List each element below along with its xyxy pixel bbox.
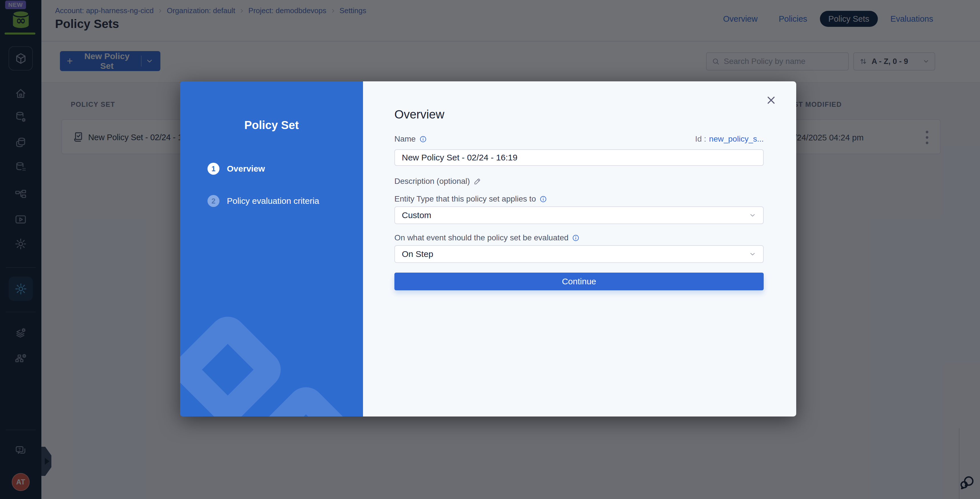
event-select[interactable]: On Step bbox=[395, 245, 764, 263]
step-label: Policy evaluation criteria bbox=[227, 196, 319, 206]
continue-button[interactable]: Continue bbox=[395, 273, 764, 290]
wizard-step-policy-evaluation-criteria[interactable]: 2 Policy evaluation criteria bbox=[207, 195, 319, 207]
harness-logo-watermark bbox=[180, 309, 288, 416]
policy-set-wizard-modal: Policy Set 1 Overview 2 Policy evaluatio… bbox=[180, 81, 796, 416]
description-row: Description (optional) bbox=[395, 177, 764, 186]
chevron-down-icon bbox=[749, 212, 756, 219]
entity-type-value: Custom bbox=[402, 210, 431, 220]
event-label-row: On what event should the policy set be e… bbox=[395, 233, 764, 242]
entity-type-select[interactable]: Custom bbox=[395, 206, 764, 224]
id-link[interactable]: new_policy_s... bbox=[709, 134, 764, 143]
name-input[interactable] bbox=[395, 149, 764, 166]
entity-type-label: Entity Type that this policy set applies… bbox=[395, 194, 536, 204]
step-number-badge: 1 bbox=[207, 163, 220, 175]
info-icon[interactable] bbox=[572, 234, 580, 242]
step-number-badge: 2 bbox=[207, 195, 220, 207]
wizard-steps-panel: Policy Set 1 Overview 2 Policy evaluatio… bbox=[180, 81, 363, 416]
info-icon[interactable] bbox=[539, 195, 547, 203]
info-icon[interactable] bbox=[419, 136, 427, 143]
event-label: On what event should the policy set be e… bbox=[395, 233, 568, 242]
name-label-row: Name Id : new_policy_s... bbox=[395, 134, 764, 143]
chevron-down-icon bbox=[749, 250, 756, 258]
description-label: Description (optional) bbox=[395, 177, 470, 186]
wizard-form-panel: Overview Name Id : new_policy_s... Descr… bbox=[363, 81, 796, 416]
step-label: Overview bbox=[227, 164, 265, 174]
close-icon[interactable] bbox=[766, 95, 776, 105]
pencil-icon[interactable] bbox=[473, 177, 481, 185]
id-prefix: Id : bbox=[695, 134, 706, 143]
event-value: On Step bbox=[402, 249, 433, 259]
form-heading: Overview bbox=[395, 108, 444, 121]
name-label: Name bbox=[395, 134, 416, 143]
wizard-step-overview[interactable]: 1 Overview bbox=[207, 163, 265, 175]
wizard-title: Policy Set bbox=[180, 119, 363, 132]
entity-type-label-row: Entity Type that this policy set applies… bbox=[395, 194, 764, 204]
